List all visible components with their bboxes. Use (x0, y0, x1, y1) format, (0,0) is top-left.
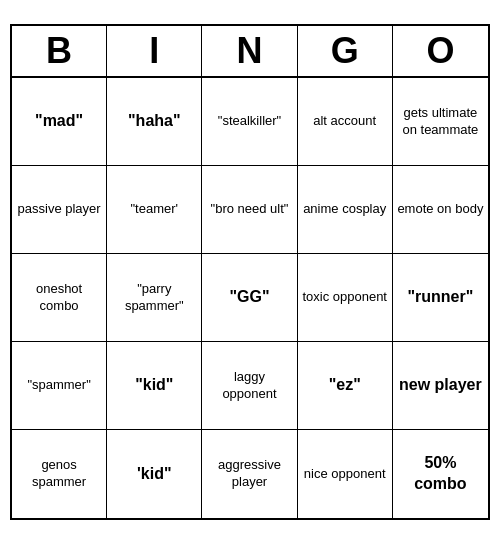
bingo-cell-17: laggy opponent (202, 342, 297, 430)
bingo-cell-23: nice opponent (298, 430, 393, 518)
bingo-header: BINGO (12, 26, 488, 78)
bingo-cell-22: aggressive player (202, 430, 297, 518)
bingo-card: BINGO "mad""haha""stealkiller"alt accoun… (10, 24, 490, 520)
bingo-cell-2: "stealkiller" (202, 78, 297, 166)
bingo-cell-10: oneshot combo (12, 254, 107, 342)
bingo-cell-18: "ez" (298, 342, 393, 430)
bingo-grid: "mad""haha""stealkiller"alt accountgets … (12, 78, 488, 518)
bingo-cell-4: gets ultimate on teammate (393, 78, 488, 166)
bingo-cell-24: 50% combo (393, 430, 488, 518)
bingo-cell-3: alt account (298, 78, 393, 166)
bingo-letter-i: I (107, 26, 202, 76)
bingo-cell-19: new player (393, 342, 488, 430)
bingo-cell-20: genos spammer (12, 430, 107, 518)
bingo-cell-9: emote on body (393, 166, 488, 254)
bingo-letter-g: G (298, 26, 393, 76)
bingo-cell-5: passive player (12, 166, 107, 254)
bingo-cell-15: "spammer" (12, 342, 107, 430)
bingo-cell-11: "parry spammer" (107, 254, 202, 342)
bingo-cell-14: "runner" (393, 254, 488, 342)
bingo-cell-13: toxic opponent (298, 254, 393, 342)
bingo-cell-16: "kid" (107, 342, 202, 430)
bingo-letter-b: B (12, 26, 107, 76)
bingo-cell-8: anime cosplay (298, 166, 393, 254)
bingo-cell-6: "teamer' (107, 166, 202, 254)
bingo-cell-21: 'kid" (107, 430, 202, 518)
bingo-cell-12: "GG" (202, 254, 297, 342)
bingo-cell-7: "bro need ult" (202, 166, 297, 254)
bingo-letter-o: O (393, 26, 488, 76)
bingo-cell-1: "haha" (107, 78, 202, 166)
bingo-letter-n: N (202, 26, 297, 76)
bingo-cell-0: "mad" (12, 78, 107, 166)
